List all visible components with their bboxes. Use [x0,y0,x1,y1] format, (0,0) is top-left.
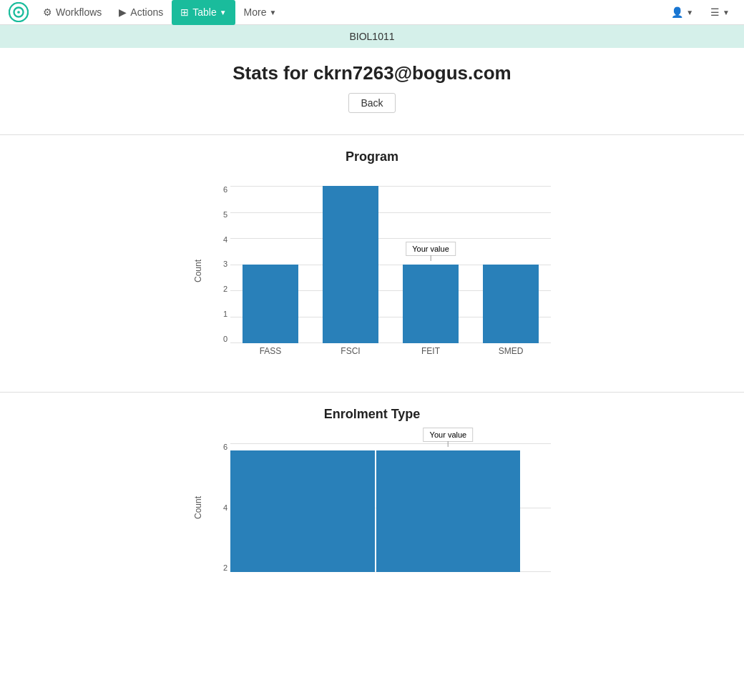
enrolment-chart-area: Count 6 4 2 [193,443,551,572]
x-label-fass: FASS [230,346,310,356]
course-code: BIOL1011 [349,31,394,42]
workflows-icon: ⚙ [43,6,52,18]
page-content: BIOL1011 Stats for ckrn7263@bogus.com Ba… [0,25,744,586]
program-chart-inner: 6 5 4 3 2 1 0 [209,186,551,356]
bar-fsci-rect [323,186,378,343]
more-label: More [244,6,267,18]
app-menu-icon: ☰ [710,6,720,18]
app-menu-dropdown-arrow: ▼ [723,9,730,16]
y-label-5: 5 [209,211,230,219]
enrolment-y-axis-label: Count [193,496,203,519]
brand-logo[interactable] [6,0,31,25]
enrolment-bars-wrapper: 6 4 2 [209,443,551,572]
program-your-value-label: Your value [412,245,449,253]
y-label-4: 4 [209,236,230,244]
x-label-smed: SMED [471,346,551,356]
enrolment-y-label-6: 6 [209,443,230,451]
x-label-feit: FEIT [391,346,471,356]
svg-point-2 [17,11,20,14]
actions-icon: ▶ [119,6,127,18]
enrolment-chart-container: Count 6 4 2 [193,443,551,572]
more-nav-item[interactable]: More ▼ [235,0,285,25]
program-y-axis-label: Count [193,260,203,282]
actions-label: Actions [130,6,163,18]
program-chart-container: Count 6 5 4 3 2 1 0 [193,186,551,356]
course-banner: BIOL1011 [0,25,744,48]
y-label-2: 2 [209,285,230,293]
program-bars: Your value [230,186,551,343]
bar-fass-rect [243,265,298,343]
bar-enrolment-2-rect: Your value [376,450,521,572]
enrolment-y-labels: 6 4 2 [209,443,230,572]
program-chart-title: Program [29,149,715,164]
bar-fsci [310,186,391,343]
user-icon: 👤 [671,6,683,18]
user-dropdown-arrow: ▼ [686,9,693,16]
actions-nav-item[interactable]: ▶ Actions [110,0,172,25]
bar-enrolment-1-rect [230,450,375,572]
enrolment-y-label-4: 4 [209,504,230,512]
bar-smed [471,186,551,343]
app-menu[interactable]: ☰ ▼ [702,0,738,25]
y-label-6: 6 [209,186,230,194]
table-label: Table [192,6,216,18]
page-title: Stats for ckrn7263@bogus.com [0,62,744,84]
program-x-labels: FASS FSCI FEIT SMED [209,346,551,356]
program-your-value-tooltip: Your value [406,242,456,256]
workflows-label: Workflows [56,6,102,18]
enrolment-y-label-2: 2 [209,564,230,572]
page-header: Stats for ckrn7263@bogus.com Back [0,48,744,120]
table-dropdown-arrow: ▼ [220,9,227,16]
table-icon: ⊞ [180,6,189,18]
workflows-nav-item[interactable]: ⚙ Workflows [34,0,110,25]
back-button[interactable]: Back [348,93,395,113]
enrolment-your-value-label: Your value [430,430,467,439]
y-label-0: 0 [209,335,230,343]
program-bars-wrapper: 6 5 4 3 2 1 0 [209,186,551,343]
program-chart-section: Program Count 6 5 4 3 2 1 0 [0,135,744,378]
bar-feit-rect: Your value [403,265,459,343]
enrolment-bars: Your value [230,443,551,572]
table-nav-item[interactable]: ⊞ Table ▼ [172,0,235,25]
bar-smed-rect [483,265,539,343]
enrolment-chart-title: Enrolment Type [29,407,715,422]
bar-fass [230,186,310,343]
enrolment-your-value-tooltip: Your value [424,428,474,442]
y-label-1: 1 [209,310,230,318]
user-menu[interactable]: 👤 ▼ [662,0,702,25]
x-label-fsci: FSCI [310,346,391,356]
program-chart-area: Count 6 5 4 3 2 1 0 [193,186,551,356]
bar-enrolment-1 [230,443,375,572]
navbar: ⚙ Workflows ▶ Actions ⊞ Table ▼ More ▼ 👤… [0,0,744,25]
enrolment-chart-section: Enrolment Type Count 6 4 2 [0,393,744,586]
bar-enrolment-2: Your value [376,443,521,572]
bar-feit: Your value [391,186,471,343]
more-dropdown-arrow: ▼ [270,9,277,16]
enrolment-chart-inner: 6 4 2 [209,443,551,572]
program-y-labels: 6 5 4 3 2 1 0 [209,186,230,343]
nav-right: 👤 ▼ ☰ ▼ [662,0,738,25]
y-label-3: 3 [209,260,230,268]
